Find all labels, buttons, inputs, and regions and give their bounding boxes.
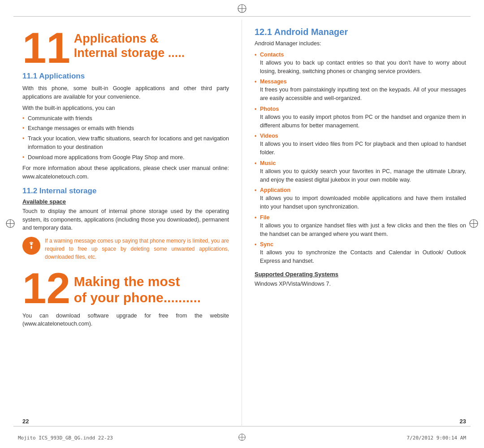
- section-11-1-footer: For more information about these applica…: [22, 164, 229, 181]
- svg-point-10: [30, 243, 33, 245]
- item-messages-label: • Messages: [255, 78, 466, 85]
- footer: Mojito ICS_993D_GB_QG.indd 22-23 7/20/20…: [0, 427, 484, 448]
- available-space-heading: Available space: [22, 198, 229, 205]
- item-application-label: • Application: [255, 187, 466, 193]
- chapter11-title-line1: Applications &: [74, 31, 185, 46]
- section-11-1-intro2: With the built-in applications, you can: [22, 104, 229, 113]
- supported-os-text: Windows XP/Vista/Windows 7.: [255, 280, 466, 288]
- chapter12-title-block: Making the most of your phone..........: [74, 267, 201, 306]
- section-11-1-heading: 11.1 Applications: [22, 72, 229, 81]
- warning-text: If a warning message comes up saying tha…: [45, 237, 229, 261]
- item-photos-text: It allows you to easily import photos fr…: [255, 113, 466, 130]
- footer-left: Mojito ICS_993D_GB_QG.indd 22-23: [18, 435, 238, 441]
- bullet-1: Communicate with friends: [22, 114, 229, 123]
- chapter12-title-line2: of your phone..........: [74, 290, 201, 306]
- item-photos-label: • Photos: [255, 106, 466, 112]
- page-num-left: 22: [22, 418, 29, 425]
- item-sync-label: • Sync: [255, 241, 466, 248]
- left-column: 11 Applications & Internal storage .....…: [0, 20, 242, 426]
- item-messages-text: It frees you from painstakingly inputtin…: [255, 86, 466, 103]
- chapter11-title-line2: Internal storage .....: [74, 46, 185, 60]
- footer-center-crosshair: [238, 433, 246, 443]
- chapter11-block: 11 Applications & Internal storage .....: [22, 27, 229, 67]
- warning-icon: [22, 237, 40, 255]
- item-file-text: It allows you to organize handset files …: [255, 222, 466, 239]
- svg-rect-11: [31, 246, 32, 249]
- item-music-text: It allows you to quickly search your fav…: [255, 167, 466, 184]
- bullet-4: Download more applications from Google P…: [22, 153, 229, 162]
- available-space-text: Touch to display the amount of internal …: [22, 207, 229, 232]
- bullet-2: Exchange messages or emails with friends: [22, 124, 229, 133]
- android-manager-items: • Contacts It allows you to back up cont…: [255, 52, 466, 265]
- item-contacts-label: • Contacts: [255, 52, 466, 58]
- footer-right: 7/20/2012 9:00:14 AM: [246, 435, 466, 441]
- page-num-right: 23: [460, 418, 466, 425]
- chapter11-number: 11: [22, 29, 70, 67]
- chapter12-number: 12: [22, 269, 70, 308]
- warning-box: If a warning message comes up saying tha…: [22, 237, 229, 261]
- item-sync-text: It allows you to synchronize the Contact…: [255, 248, 466, 265]
- section-11-2-heading: 11.2 Internal storage: [22, 187, 229, 196]
- chapter12-title-line1: Making the most: [74, 274, 201, 290]
- item-videos-label: • Videos: [255, 133, 466, 139]
- item-music-label: • Music: [255, 160, 466, 166]
- top-crosshair: [237, 4, 247, 16]
- page-container: 11 Applications & Internal storage .....…: [0, 0, 484, 448]
- bullet-3: Track your location, view traffic situat…: [22, 135, 229, 152]
- item-contacts-text: It allows you to back up contact entries…: [255, 59, 466, 76]
- top-border: [13, 16, 471, 17]
- item-application-text: It allows you to import downloaded mobil…: [255, 194, 466, 211]
- item-videos-text: It allows you to insert video files from…: [255, 140, 466, 157]
- supported-os-heading: Supported Operating Systems: [255, 271, 466, 278]
- chapter11-title-block: Applications & Internal storage .....: [74, 27, 185, 61]
- item-file-label: • File: [255, 214, 466, 221]
- chapter12-block: 12 Making the most of your phone........…: [22, 267, 229, 308]
- chapter12-intro: You can download software upgrade for fr…: [22, 312, 229, 329]
- android-manager-intro: Android Manager includes:: [255, 39, 466, 48]
- section-12-1-heading: 12.1 Android Manager: [255, 27, 466, 37]
- right-column: 12.1 Android Manager Android Manager inc…: [242, 20, 484, 426]
- section-11-1-intro1: With this phone, some built-in Google ap…: [22, 84, 229, 101]
